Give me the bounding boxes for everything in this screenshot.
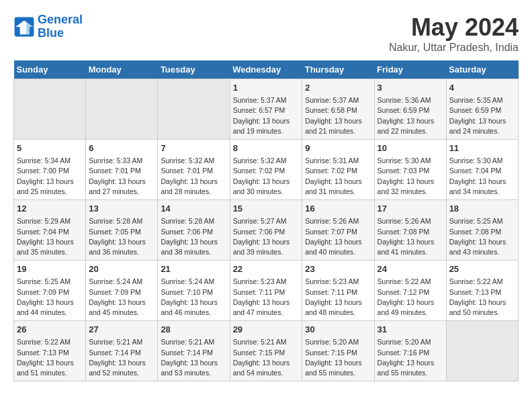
day-number: 29 xyxy=(233,324,300,336)
cell-content: Sunrise: 5:27 AM Sunset: 7:06 PM Dayligh… xyxy=(233,216,300,257)
cell-content: Sunrise: 5:23 AM Sunset: 7:11 PM Dayligh… xyxy=(305,277,371,318)
cell-content: Sunrise: 5:21 AM Sunset: 7:14 PM Dayligh… xyxy=(89,337,154,378)
logo: General Blue xyxy=(13,13,83,40)
cell-content: Sunrise: 5:20 AM Sunset: 7:16 PM Dayligh… xyxy=(378,337,443,378)
calendar-cell: 9Sunrise: 5:31 AM Sunset: 7:02 PM Daylig… xyxy=(302,140,374,200)
day-number: 21 xyxy=(161,263,226,275)
day-number: 17 xyxy=(378,203,443,215)
title-area: May 2024 Nakur, Uttar Pradesh, India xyxy=(389,13,519,54)
calendar-cell: 7Sunrise: 5:32 AM Sunset: 7:01 PM Daylig… xyxy=(158,140,230,200)
cell-content: Sunrise: 5:37 AM Sunset: 6:57 PM Dayligh… xyxy=(233,95,300,136)
day-header-wednesday: Wednesday xyxy=(230,60,302,79)
calendar-cell: 17Sunrise: 5:26 AM Sunset: 7:08 PM Dayli… xyxy=(374,200,446,261)
calendar-cell: 26Sunrise: 5:22 AM Sunset: 7:13 PM Dayli… xyxy=(14,321,86,381)
cell-content: Sunrise: 5:35 AM Sunset: 6:59 PM Dayligh… xyxy=(449,95,515,136)
day-number: 18 xyxy=(449,203,515,215)
cell-content: Sunrise: 5:22 AM Sunset: 7:13 PM Dayligh… xyxy=(449,277,515,318)
day-number: 31 xyxy=(378,324,443,336)
week-row-3: 12Sunrise: 5:29 AM Sunset: 7:04 PM Dayli… xyxy=(14,200,519,261)
calendar-cell: 10Sunrise: 5:30 AM Sunset: 7:03 PM Dayli… xyxy=(374,140,446,200)
day-number: 2 xyxy=(305,82,371,94)
week-row-1: 1Sunrise: 5:37 AM Sunset: 6:57 PM Daylig… xyxy=(14,79,519,140)
calendar-cell: 24Sunrise: 5:22 AM Sunset: 7:12 PM Dayli… xyxy=(374,261,446,321)
calendar-table: SundayMondayTuesdayWednesdayThursdayFrid… xyxy=(13,60,519,381)
cell-content: Sunrise: 5:31 AM Sunset: 7:02 PM Dayligh… xyxy=(305,156,371,197)
cell-content: Sunrise: 5:33 AM Sunset: 7:01 PM Dayligh… xyxy=(89,156,154,197)
cell-content: Sunrise: 5:29 AM Sunset: 7:04 PM Dayligh… xyxy=(17,216,83,257)
calendar-cell: 6Sunrise: 5:33 AM Sunset: 7:01 PM Daylig… xyxy=(86,140,158,200)
calendar-cell: 5Sunrise: 5:34 AM Sunset: 7:00 PM Daylig… xyxy=(14,140,86,200)
cell-content: Sunrise: 5:22 AM Sunset: 7:13 PM Dayligh… xyxy=(17,337,83,378)
calendar-cell: 19Sunrise: 5:25 AM Sunset: 7:09 PM Dayli… xyxy=(14,261,86,321)
calendar-cell: 12Sunrise: 5:29 AM Sunset: 7:04 PM Dayli… xyxy=(14,200,86,261)
day-number: 1 xyxy=(233,82,300,94)
day-header-saturday: Saturday xyxy=(446,60,518,79)
logo-line1: General xyxy=(38,13,83,26)
day-number: 4 xyxy=(449,82,515,94)
cell-content: Sunrise: 5:20 AM Sunset: 7:15 PM Dayligh… xyxy=(305,337,371,378)
week-row-5: 26Sunrise: 5:22 AM Sunset: 7:13 PM Dayli… xyxy=(14,321,519,381)
day-number: 28 xyxy=(161,324,226,336)
week-row-2: 5Sunrise: 5:34 AM Sunset: 7:00 PM Daylig… xyxy=(14,140,519,200)
logo-line2: Blue xyxy=(38,26,64,40)
cell-content: Sunrise: 5:25 AM Sunset: 7:09 PM Dayligh… xyxy=(17,277,83,318)
calendar-cell: 15Sunrise: 5:27 AM Sunset: 7:06 PM Dayli… xyxy=(230,200,302,261)
page-header: General Blue May 2024 Nakur, Uttar Prade… xyxy=(13,13,519,54)
cell-content: Sunrise: 5:32 AM Sunset: 7:02 PM Dayligh… xyxy=(233,156,300,197)
day-number: 30 xyxy=(305,324,371,336)
week-row-4: 19Sunrise: 5:25 AM Sunset: 7:09 PM Dayli… xyxy=(14,261,519,321)
day-header-tuesday: Tuesday xyxy=(158,60,230,79)
calendar-cell: 21Sunrise: 5:24 AM Sunset: 7:10 PM Dayli… xyxy=(158,261,230,321)
day-header-thursday: Thursday xyxy=(302,60,374,79)
calendar-cell xyxy=(86,79,158,140)
calendar-cell: 28Sunrise: 5:21 AM Sunset: 7:14 PM Dayli… xyxy=(158,321,230,381)
calendar-cell xyxy=(446,321,518,381)
calendar-cell: 11Sunrise: 5:30 AM Sunset: 7:04 PM Dayli… xyxy=(446,140,518,200)
cell-content: Sunrise: 5:34 AM Sunset: 7:00 PM Dayligh… xyxy=(17,156,83,197)
cell-content: Sunrise: 5:26 AM Sunset: 7:08 PM Dayligh… xyxy=(378,216,443,257)
calendar-cell: 23Sunrise: 5:23 AM Sunset: 7:11 PM Dayli… xyxy=(302,261,374,321)
day-number: 16 xyxy=(305,203,371,215)
day-header-monday: Monday xyxy=(86,60,158,79)
day-number: 10 xyxy=(378,142,443,154)
calendar-cell: 18Sunrise: 5:25 AM Sunset: 7:08 PM Dayli… xyxy=(446,200,518,261)
calendar-cell: 20Sunrise: 5:24 AM Sunset: 7:09 PM Dayli… xyxy=(86,261,158,321)
cell-content: Sunrise: 5:24 AM Sunset: 7:10 PM Dayligh… xyxy=(161,277,226,318)
cell-content: Sunrise: 5:25 AM Sunset: 7:08 PM Dayligh… xyxy=(449,216,515,257)
cell-content: Sunrise: 5:37 AM Sunset: 6:58 PM Dayligh… xyxy=(305,95,371,136)
day-number: 7 xyxy=(161,142,226,154)
calendar-cell: 30Sunrise: 5:20 AM Sunset: 7:15 PM Dayli… xyxy=(302,321,374,381)
day-number: 26 xyxy=(17,324,83,336)
days-header-row: SundayMondayTuesdayWednesdayThursdayFrid… xyxy=(14,60,519,79)
cell-content: Sunrise: 5:21 AM Sunset: 7:14 PM Dayligh… xyxy=(161,337,226,378)
calendar-cell: 25Sunrise: 5:22 AM Sunset: 7:13 PM Dayli… xyxy=(446,261,518,321)
day-number: 3 xyxy=(378,82,443,94)
calendar-cell: 14Sunrise: 5:28 AM Sunset: 7:06 PM Dayli… xyxy=(158,200,230,261)
calendar-cell: 8Sunrise: 5:32 AM Sunset: 7:02 PM Daylig… xyxy=(230,140,302,200)
day-number: 12 xyxy=(17,203,83,215)
cell-content: Sunrise: 5:28 AM Sunset: 7:06 PM Dayligh… xyxy=(161,216,226,257)
main-title: May 2024 xyxy=(389,13,519,42)
day-number: 11 xyxy=(449,142,515,154)
calendar-cell: 13Sunrise: 5:28 AM Sunset: 7:05 PM Dayli… xyxy=(86,200,158,261)
calendar-cell: 1Sunrise: 5:37 AM Sunset: 6:57 PM Daylig… xyxy=(230,79,302,140)
day-number: 9 xyxy=(305,142,371,154)
day-number: 8 xyxy=(233,142,300,154)
day-number: 27 xyxy=(89,324,154,336)
cell-content: Sunrise: 5:30 AM Sunset: 7:04 PM Dayligh… xyxy=(449,156,515,197)
calendar-cell: 4Sunrise: 5:35 AM Sunset: 6:59 PM Daylig… xyxy=(446,79,518,140)
cell-content: Sunrise: 5:24 AM Sunset: 7:09 PM Dayligh… xyxy=(89,277,154,318)
cell-content: Sunrise: 5:32 AM Sunset: 7:01 PM Dayligh… xyxy=(161,156,226,197)
cell-content: Sunrise: 5:30 AM Sunset: 7:03 PM Dayligh… xyxy=(378,156,443,197)
cell-content: Sunrise: 5:21 AM Sunset: 7:15 PM Dayligh… xyxy=(233,337,300,378)
day-number: 20 xyxy=(89,263,154,275)
day-number: 6 xyxy=(89,142,154,154)
day-number: 25 xyxy=(449,263,515,275)
day-number: 22 xyxy=(233,263,300,275)
day-header-sunday: Sunday xyxy=(14,60,86,79)
calendar-cell: 22Sunrise: 5:23 AM Sunset: 7:11 PM Dayli… xyxy=(230,261,302,321)
day-number: 24 xyxy=(378,263,443,275)
sub-title: Nakur, Uttar Pradesh, India xyxy=(389,42,519,54)
day-number: 13 xyxy=(89,203,154,215)
day-number: 19 xyxy=(17,263,83,275)
